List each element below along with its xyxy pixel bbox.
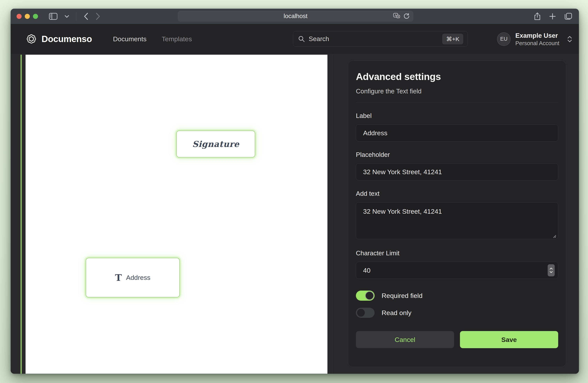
advanced-settings-panel: Advanced settings Configure the Text fie… [348, 60, 566, 367]
search-bar[interactable]: ⌘+K [293, 31, 468, 47]
nav-item-templates[interactable]: Templates [162, 35, 192, 43]
user-name: Example User [515, 32, 559, 40]
page-indicator-line [21, 55, 22, 374]
placeholder-input[interactable] [356, 163, 558, 180]
required-field-toggle[interactable] [356, 290, 375, 301]
required-field-label: Required field [382, 292, 422, 300]
documenso-app: Documenso Documents Templates ⌘+K EU Exa… [11, 24, 579, 374]
required-field-row: Required field [356, 290, 558, 301]
placeholder-field-label: Placeholder [356, 151, 558, 159]
number-stepper[interactable] [548, 264, 555, 276]
address-bar-url: localhost [284, 13, 307, 20]
share-icon[interactable] [534, 12, 541, 20]
back-button[interactable] [84, 12, 88, 20]
sidebar-toggle-icon[interactable] [49, 13, 58, 20]
label-input[interactable] [356, 124, 558, 141]
zoom-window-button[interactable] [33, 14, 38, 19]
close-window-button[interactable] [17, 14, 22, 19]
add-text-field-label: Add text [356, 190, 558, 197]
avatar: EU [497, 33, 510, 46]
forward-button[interactable] [96, 12, 101, 20]
address-text-field[interactable]: T Address [85, 258, 180, 298]
translate-icon[interactable]: A ★ [393, 13, 400, 19]
user-menu[interactable]: EU Example User Personal Account [497, 24, 573, 54]
chevron-updown-icon [567, 36, 573, 43]
read-only-label: Read only [382, 309, 411, 317]
address-field-label: Address [126, 274, 150, 281]
resize-handle-icon[interactable] [552, 234, 556, 238]
panel-divider-line [356, 102, 558, 103]
nav-item-documents[interactable]: Documents [113, 35, 147, 43]
app-header: Documenso Documents Templates ⌘+K EU Exa… [11, 24, 579, 54]
add-text-textarea[interactable]: 32 New York Street, 41241 [356, 202, 558, 239]
traffic-lights [17, 14, 38, 19]
save-button[interactable]: Save [460, 331, 558, 348]
panel-title: Advanced settings [356, 71, 558, 82]
character-limit-input[interactable] [356, 262, 558, 279]
documenso-logo-icon [26, 34, 37, 44]
toggle-knob [357, 308, 365, 317]
read-only-row: Read only [356, 308, 558, 318]
keyboard-shortcut-badge: ⌘+K [442, 34, 463, 44]
minimize-window-button[interactable] [25, 14, 30, 19]
main-nav: Documents Templates [113, 35, 192, 43]
label-field-label: Label [356, 112, 558, 120]
search-input[interactable] [309, 35, 438, 43]
toggle-knob [365, 291, 374, 300]
main-content: Signature T Address Advanced settings Co… [11, 54, 579, 374]
panel-subtitle: Configure the Text field [356, 87, 558, 95]
sidebar-divider [332, 54, 333, 374]
logo-wordmark: Documenso [42, 34, 92, 44]
address-bar[interactable]: localhost A ★ [178, 11, 413, 21]
signature-field-label: Signature [192, 139, 239, 149]
user-account-type: Personal Account [515, 40, 559, 47]
reload-icon[interactable] [403, 13, 410, 19]
document-page: Signature T Address [25, 55, 327, 374]
character-limit-field-label: Character Limit [356, 249, 558, 257]
svg-text:★: ★ [397, 15, 399, 18]
read-only-toggle[interactable] [356, 308, 375, 318]
chevron-down-icon[interactable] [64, 15, 69, 18]
search-icon [298, 36, 305, 42]
browser-window: localhost A ★ [11, 9, 579, 374]
browser-toolbar: localhost A ★ [11, 9, 579, 24]
toolbar-separator [76, 12, 76, 20]
tab-overview-icon[interactable] [565, 13, 572, 20]
documenso-logo[interactable]: Documenso [26, 34, 92, 44]
signature-field[interactable]: Signature [176, 130, 255, 158]
new-tab-icon[interactable] [549, 13, 556, 20]
cancel-button[interactable]: Cancel [356, 331, 454, 348]
text-field-icon: T [115, 273, 122, 282]
